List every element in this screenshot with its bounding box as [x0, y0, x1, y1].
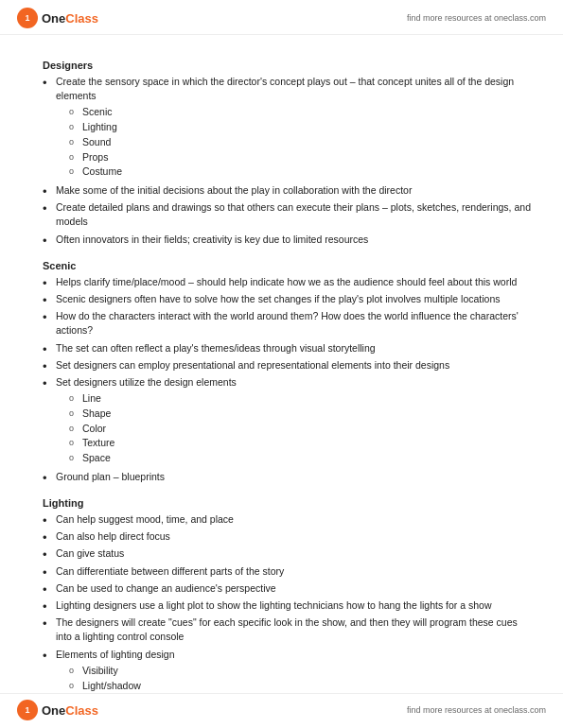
sublist-item-text: Texture	[82, 436, 535, 450]
sublist-item: oVisibility	[69, 664, 535, 678]
list-item-text: Create the sensory space in which the di…	[56, 75, 535, 181]
list-item-text: Can differentiate between different part…	[56, 564, 535, 579]
sub-bullet-icon: o	[69, 136, 82, 148]
list-item: •Make some of the initial decisions abou…	[43, 183, 535, 198]
sublist-item: oTexture	[69, 436, 535, 450]
bullet-icon: •	[43, 343, 56, 355]
header-tagline: find more resources at oneclass.com	[407, 13, 546, 23]
bullet-icon: •	[43, 600, 56, 613]
list-item: •Scenic designers often have to solve ho…	[43, 292, 535, 306]
footer-tagline: find more resources at oneclass.com	[407, 705, 546, 715]
sublist: oLineoShapeoColoroTextureoSpace	[69, 391, 535, 464]
list-item: •Can help suggest mood, time, and place	[43, 512, 535, 527]
list-item-text: Set designers utilize the design element…	[56, 375, 535, 467]
list-item: •Can give status	[43, 546, 535, 561]
sub-bullet-icon: o	[69, 665, 82, 677]
list-item: •Can be used to change an audience's per…	[43, 581, 535, 596]
sublist-item-text: Visibility	[82, 664, 535, 678]
bullet-icon: •	[43, 566, 56, 579]
logo-icon: 1	[17, 8, 38, 28]
sub-bullet-icon: o	[69, 392, 82, 405]
sublist-item: oLight/shadow	[69, 679, 535, 693]
list-item-text: Create detailed plans and drawings so th…	[56, 200, 535, 229]
list-item-text: The set can often reflect a play's theme…	[56, 341, 535, 355]
list-item-text: Can be used to change an audience's pers…	[56, 581, 535, 596]
section-heading-scenic: Scenic	[43, 260, 535, 271]
sublist-item-text: Color	[82, 422, 535, 436]
list-item-text: Make some of the initial decisions about…	[56, 183, 535, 198]
bullet-icon: •	[43, 617, 56, 630]
list-item: •Create detailed plans and drawings so t…	[43, 200, 535, 229]
list-item-text: Lighting designers use a light plot to s…	[56, 598, 535, 613]
list-item-text: The designers will create "cues" for eac…	[56, 615, 535, 644]
sublist-item-text: Shape	[82, 407, 535, 421]
sub-bullet-icon: o	[69, 106, 82, 118]
section-heading-designers: Designers	[43, 60, 535, 71]
bullet-icon: •	[43, 360, 56, 373]
footer: 1 OneClass find more resources at onecla…	[0, 693, 563, 728]
sublist-item-text: Sound	[82, 135, 535, 149]
sublist-item-text: Line	[82, 391, 535, 406]
header: 1 OneClass find more resources at onecla…	[0, 0, 563, 35]
list-item-text: Can help suggest mood, time, and place	[56, 512, 535, 527]
bullet-icon: •	[43, 472, 56, 484]
list-item-text: Elements of lighting designoVisibilityoL…	[56, 648, 535, 695]
section-list-scenic: •Helps clarify time/place/mood – should …	[43, 275, 535, 484]
list-item: •Helps clarify time/place/mood – should …	[43, 275, 535, 289]
sublist-item: oColor	[69, 422, 535, 436]
sublist-item: oProps	[69, 150, 535, 165]
list-item-text: Often innovators in their fields; creati…	[56, 233, 535, 247]
footer-logo-text: OneClass	[42, 703, 98, 718]
bullet-icon: •	[43, 202, 56, 215]
bullet-icon: •	[43, 77, 56, 89]
bullet-icon: •	[43, 377, 56, 390]
bullet-icon: •	[43, 548, 56, 561]
bullet-icon: •	[43, 311, 56, 323]
sublist-item: oLighting	[69, 120, 535, 134]
main-content: Designers•Create the sensory space in wh…	[0, 35, 563, 716]
sublist-item-text: Space	[82, 451, 535, 465]
logo: 1 OneClass	[17, 8, 98, 28]
sublist-item-text: Props	[82, 150, 535, 165]
sublist: oScenicoLightingoSoundoPropsoCostume	[69, 105, 535, 178]
sub-bullet-icon: o	[69, 407, 82, 420]
bullet-icon: •	[43, 234, 56, 247]
list-item-text: Can also help direct focus	[56, 529, 535, 544]
list-item: •Set designers utilize the design elemen…	[43, 375, 535, 467]
section-list-lighting: •Can help suggest mood, time, and place•…	[43, 512, 535, 694]
sublist-item-text: Scenic	[82, 105, 535, 119]
list-item: •Can differentiate between different par…	[43, 564, 535, 579]
list-item: •Elements of lighting designoVisibilityo…	[43, 648, 535, 695]
sublist-item-text: Lighting	[82, 120, 535, 134]
bullet-icon: •	[43, 277, 56, 289]
list-item-text: Scenic designers often have to solve how…	[56, 292, 535, 306]
sub-bullet-icon: o	[69, 121, 82, 133]
list-item: •Create the sensory space in which the d…	[43, 75, 535, 181]
list-item: •Can also help direct focus	[43, 529, 535, 544]
sub-bullet-icon: o	[69, 165, 82, 178]
sub-bullet-icon: o	[69, 423, 82, 435]
sublist-item: oScenic	[69, 105, 535, 119]
bullet-icon: •	[43, 185, 56, 198]
bullet-icon: •	[43, 294, 56, 306]
list-item: •Ground plan – blueprints	[43, 470, 535, 484]
list-item: •Set designers can employ presentational…	[43, 358, 535, 373]
sub-bullet-icon: o	[69, 437, 82, 449]
list-item-text: Helps clarify time/place/mood – should h…	[56, 275, 535, 289]
list-item: •The designers will create "cues" for ea…	[43, 615, 535, 644]
sub-bullet-icon: o	[69, 452, 82, 464]
section-list-designers: •Create the sensory space in which the d…	[43, 75, 535, 247]
sublist-item: oSpace	[69, 451, 535, 465]
bullet-icon: •	[43, 583, 56, 596]
footer-logo-icon: 1	[17, 700, 38, 720]
list-item: •Often innovators in their fields; creat…	[43, 233, 535, 247]
bullet-icon: •	[43, 650, 56, 662]
list-item: •Lighting designers use a light plot to …	[43, 598, 535, 613]
list-item: •The set can often reflect a play's them…	[43, 341, 535, 355]
sublist-item-text: Light/shadow	[82, 679, 535, 693]
sublist-item: oSound	[69, 135, 535, 149]
footer-logo: 1 OneClass	[17, 700, 98, 720]
sublist-item: oLine	[69, 391, 535, 406]
sublist-item: oCostume	[69, 165, 535, 179]
section-heading-lighting: Lighting	[43, 497, 535, 509]
